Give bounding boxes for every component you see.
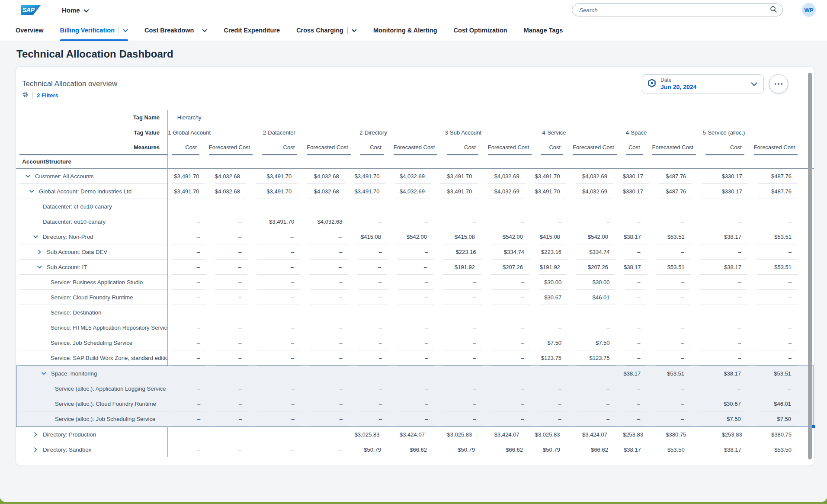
tab-label: Credit Expenditure bbox=[224, 27, 280, 34]
date-label: Date bbox=[660, 77, 696, 83]
collapse-chevron-down-icon[interactable] bbox=[29, 190, 39, 193]
value-cell-empty: – bbox=[358, 411, 388, 427]
value-cell-empty: – bbox=[215, 229, 247, 244]
value-cell-empty: – bbox=[443, 320, 482, 335]
tab-billing-verification[interactable]: Billing Verification bbox=[60, 20, 128, 41]
value-cell-empty: – bbox=[625, 335, 647, 350]
chevron-down-icon[interactable] bbox=[352, 27, 357, 34]
value-cell-empty: – bbox=[257, 244, 301, 260]
chevron-down-icon[interactable] bbox=[123, 27, 128, 34]
avatar[interactable]: WP bbox=[802, 3, 816, 17]
value-cell: $53.51 bbox=[657, 260, 691, 275]
tab-monitoring-alerting[interactable]: Monitoring & Alerting bbox=[373, 20, 437, 41]
home-menu[interactable]: Home bbox=[62, 6, 89, 14]
search-icon[interactable] bbox=[770, 6, 777, 15]
row-label-cell: Datacenter: eu10-canary bbox=[19, 214, 167, 229]
value-cell-empty: – bbox=[215, 199, 247, 214]
value-cell-empty: – bbox=[756, 305, 798, 320]
value-cell: $380.75 bbox=[758, 427, 798, 442]
collapse-chevron-down-icon[interactable] bbox=[33, 235, 43, 238]
table-row: Service: Destination–––––––––––––– bbox=[16, 305, 814, 320]
value-cell-empty: – bbox=[656, 244, 690, 260]
date-filter[interactable]: Date Jun 20, 2024 bbox=[642, 74, 764, 93]
tab-cost-optimization[interactable]: Cost Optimization bbox=[454, 20, 507, 41]
row-label: Directory: Production bbox=[43, 431, 96, 438]
collapse-chevron-down-icon[interactable] bbox=[26, 175, 35, 178]
value-cell: $66.62 bbox=[490, 442, 529, 457]
vertical-scrollbar[interactable] bbox=[808, 73, 812, 459]
value-cell-empty: – bbox=[443, 411, 482, 427]
value-cell: $191.92 bbox=[442, 260, 481, 275]
value-cell: $415.08 bbox=[442, 229, 481, 244]
row-label: Service: Business Application Studio bbox=[51, 279, 143, 286]
tab-cost-breakdown[interactable]: Cost Breakdown bbox=[144, 20, 207, 41]
value-cell-empty: – bbox=[756, 350, 798, 366]
search-box[interactable] bbox=[572, 3, 783, 16]
collapse-chevron-down-icon[interactable] bbox=[42, 372, 51, 375]
value-cell: $487.76 bbox=[758, 169, 798, 184]
table-row: Service: HTML5 Application Repository Se… bbox=[16, 320, 814, 335]
value-cell-empty: – bbox=[257, 396, 300, 411]
value-cell-empty: – bbox=[443, 335, 482, 350]
value-cell-empty: – bbox=[310, 244, 348, 260]
measure-forecast-header: Forecasted Cost bbox=[488, 140, 532, 155]
value-cell: $542.00 bbox=[397, 229, 433, 244]
value-cell-empty: – bbox=[397, 396, 434, 411]
value-cell-empty: – bbox=[358, 199, 388, 214]
tab-label: Overview bbox=[16, 27, 44, 34]
value-cell: $3,491.70 bbox=[256, 169, 298, 184]
value-cell-empty: – bbox=[310, 381, 349, 396]
tag-value-group: 2-Datacenter bbox=[253, 125, 306, 140]
value-cell-empty: – bbox=[257, 350, 301, 366]
tab-cross-charging[interactable]: Cross Charging bbox=[296, 20, 357, 41]
collapse-chevron-down-icon[interactable] bbox=[37, 266, 47, 269]
filters-separator bbox=[32, 92, 33, 99]
row-label: Sub Account: Data DEV bbox=[47, 249, 107, 255]
value-cell-empty: – bbox=[700, 214, 747, 229]
value-cell-empty: – bbox=[310, 275, 348, 290]
row-label-cell: Service: HTML5 Application Repository Se… bbox=[19, 320, 167, 335]
value-cell: $46.01 bbox=[756, 396, 797, 411]
tag-value-group: 1-Global Account bbox=[167, 125, 211, 140]
tab-overview[interactable]: Overview bbox=[16, 20, 44, 41]
sap-logo[interactable]: SAP bbox=[21, 5, 41, 15]
value-cell-empty: – bbox=[699, 381, 747, 396]
row-label-cell: Service: Job Scheduling Service bbox=[19, 335, 167, 350]
value-cell: $487.76 bbox=[659, 184, 692, 199]
row-label-cell: Sub Account: Data DEV bbox=[19, 244, 167, 260]
tab-manage-tags[interactable]: Manage Tags bbox=[524, 20, 563, 41]
search-input[interactable] bbox=[579, 7, 770, 13]
chevron-down-icon[interactable] bbox=[202, 27, 207, 34]
value-cell-empty: – bbox=[172, 290, 206, 305]
table-row: Directory: Non-Prod––––$415.08$542.00$41… bbox=[16, 229, 814, 244]
expand-chevron-right-icon[interactable] bbox=[37, 250, 47, 254]
filters-link[interactable]: 2 Filters bbox=[37, 92, 58, 99]
value-cell-empty: – bbox=[397, 305, 434, 320]
date-value: Jun 20, 2024 bbox=[660, 83, 696, 91]
value-cell-empty: – bbox=[397, 335, 434, 350]
expand-chevron-right-icon[interactable] bbox=[33, 448, 43, 451]
value-cell: $3,491.70 bbox=[355, 169, 386, 184]
value-cell: $542.00 bbox=[490, 229, 529, 244]
value-cell: $30.67 bbox=[699, 396, 747, 411]
value-cell: $53.50 bbox=[657, 442, 691, 457]
selection-group[interactable]: Space: monitoring––––––––––$38.17$53.51$… bbox=[16, 366, 814, 427]
value-cell: $38.17 bbox=[623, 366, 647, 381]
value-cell-empty: – bbox=[700, 350, 747, 366]
more-actions-button[interactable] bbox=[769, 74, 788, 93]
value-cell-empty: – bbox=[215, 290, 247, 305]
row-label: Service (alloc.): Application Logging Se… bbox=[55, 385, 166, 392]
expand-chevron-right-icon[interactable] bbox=[33, 433, 43, 436]
value-cell-empty: – bbox=[358, 290, 388, 305]
value-cell-empty: – bbox=[310, 411, 349, 427]
chevron-down-icon[interactable] bbox=[751, 80, 757, 88]
filter-gear-icon[interactable] bbox=[22, 91, 29, 100]
tab-credit-expenditure[interactable]: Credit Expenditure bbox=[224, 20, 280, 41]
filters-row: 2 Filters bbox=[22, 91, 117, 100]
value-cell-empty: – bbox=[310, 320, 348, 335]
tab-label: Billing Verification bbox=[60, 27, 115, 34]
value-cell-empty: – bbox=[490, 366, 529, 381]
value-cell: $330.17 bbox=[623, 169, 649, 184]
value-cell-empty: – bbox=[577, 199, 615, 214]
spacer-cell bbox=[535, 110, 573, 125]
